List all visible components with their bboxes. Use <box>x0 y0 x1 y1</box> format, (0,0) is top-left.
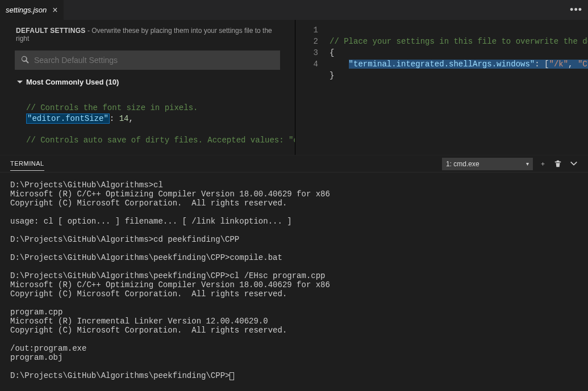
line-number: 1 <box>295 24 318 36</box>
search-default-settings[interactable] <box>15 51 280 70</box>
default-settings-pane: DEFAULT SETTINGS - Overwrite these by pl… <box>0 20 295 155</box>
more-actions-icon[interactable]: ••• <box>564 0 588 20</box>
json-key: "terminal.integrated.shellArgs.windows" <box>349 60 535 69</box>
panel-tab-terminal[interactable]: TERMINAL <box>10 160 44 171</box>
section-most-commonly-used[interactable]: Most Commonly Used (10) <box>0 73 295 89</box>
editor-split: DEFAULT SETTINGS - Overwrite these by pl… <box>0 20 588 155</box>
maximize-panel-icon[interactable] <box>570 159 578 169</box>
line-number: 2 <box>295 36 318 47</box>
terminal-selector-label: 1: cmd.exe <box>446 160 479 168</box>
line-number: 4 <box>295 58 318 70</box>
chevron-down-icon: ▾ <box>526 161 529 167</box>
default-settings-code: // Controls the font size in pixels. "ed… <box>0 89 295 149</box>
terminal-cursor <box>230 372 234 380</box>
terminal-selector[interactable]: 1: cmd.exe ▾ <box>442 158 533 170</box>
terminal-text: D:\Projects\GitHub\Algorithms>cl Microso… <box>10 180 330 380</box>
editor-line: } <box>330 71 334 80</box>
panel-header: TERMINAL 1: cmd.exe ▾ ＋ <box>0 155 588 173</box>
search-icon <box>20 55 30 66</box>
kill-terminal-icon[interactable] <box>554 159 562 169</box>
code-comment: // Controls auto save of dirty files. Ac… <box>26 136 295 145</box>
editor-line: { <box>330 48 334 57</box>
default-settings-title: DEFAULT SETTINGS <box>16 27 86 35</box>
setting-value: 14 <box>119 114 129 123</box>
close-icon[interactable]: × <box>52 6 57 15</box>
section-label: Most Commonly Used (10) <box>26 78 119 86</box>
tab-settings-json[interactable]: settings.json × <box>0 0 64 20</box>
setting-key[interactable]: "editor.fontSize" <box>26 113 110 124</box>
code-comment: // Controls the font size in pixels. <box>26 103 198 112</box>
line-number: 3 <box>295 47 318 58</box>
editor-line: // Place your settings in this file to o… <box>330 37 588 46</box>
terminal-output[interactable]: D:\Projects\GitHub\Algorithms>cl Microso… <box>0 173 588 391</box>
default-settings-heading: DEFAULT SETTINGS - Overwrite these by pl… <box>0 20 295 48</box>
terminal-panel: TERMINAL 1: cmd.exe ▾ ＋ D:\Projects\GitH… <box>0 155 588 391</box>
tab-title: settings.json <box>6 6 47 14</box>
user-settings-editor[interactable]: 1 2 3 4 // Place your settings in this f… <box>295 20 588 155</box>
search-input[interactable] <box>34 56 274 65</box>
line-number-gutter: 1 2 3 4 <box>295 24 330 81</box>
new-terminal-icon[interactable]: ＋ <box>540 159 546 169</box>
editor-lines[interactable]: // Place your settings in this file to o… <box>330 24 588 81</box>
tab-bar: settings.json × ••• <box>0 0 588 20</box>
chevron-down-icon <box>17 81 23 83</box>
